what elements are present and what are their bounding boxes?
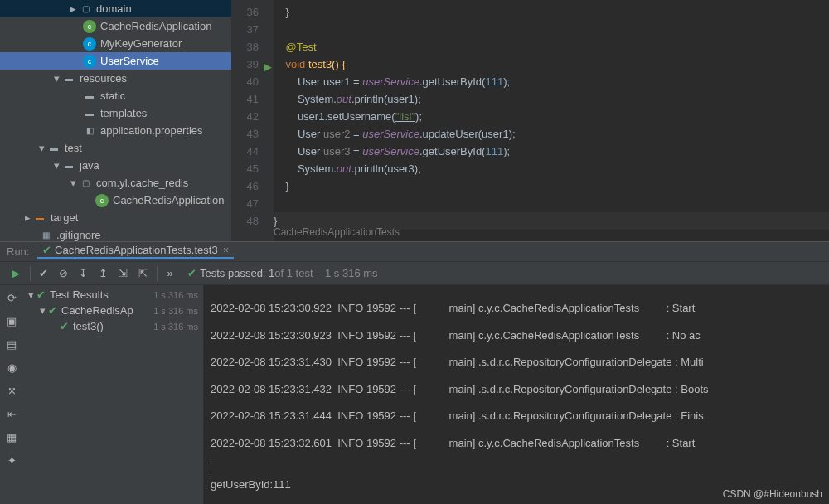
- code-editor[interactable]: 3637 38 39▶ 4041 4243 4445 4647 48 } @Te…: [232, 0, 829, 241]
- run-side-toolbar: ⟳ ▣ ▤ ◉ ⤧ ⇤ ▦ ✦: [0, 285, 23, 504]
- camera-icon[interactable]: ◉: [2, 358, 21, 376]
- debug-icon[interactable]: ⟳: [2, 288, 21, 307]
- tree-label: test: [65, 142, 82, 154]
- log-line: 2022-02-08 15:23:31.444 INFO 19592 --- […: [211, 409, 822, 424]
- stop-icon[interactable]: ▣: [2, 312, 21, 330]
- tree-item-userservice[interactable]: cUserService: [0, 52, 231, 70]
- collapse-button[interactable]: ⇱: [133, 264, 152, 283]
- sort-down-button[interactable]: ↧: [74, 264, 92, 283]
- sort-up-button[interactable]: ↥: [94, 264, 112, 283]
- tree-item-static[interactable]: ▬static: [0, 87, 231, 104]
- run-icon: ✔: [42, 244, 51, 256]
- tree-item-cacheapp[interactable]: cCacheRedisApplication: [0, 17, 231, 35]
- close-icon[interactable]: ×: [223, 244, 230, 256]
- settings-icon[interactable]: ▦: [2, 428, 21, 446]
- run-toolbar: ▶ ✔ ⊘ ↧ ↥ ⇲ ⇱ » ✔ Tests passed: 1 of 1 t…: [0, 262, 829, 285]
- log-line: 2022-02-08 15:23:30.923 INFO 19592 --- […: [211, 328, 822, 343]
- test-results-tree[interactable]: ▾✔Test Results1 s 316 ms ▾✔CacheRedisAp1…: [23, 285, 204, 504]
- tree-label: MyKeyGenerator: [100, 37, 182, 50]
- tree-item-domain[interactable]: ▸▢domain: [0, 0, 231, 17]
- breadcrumb[interactable]: CacheRedisApplicationTests: [274, 223, 400, 241]
- log-line: 2022-02-08 15:23:30.922 INFO 19592 --- […: [211, 301, 822, 316]
- tree-label: resources: [80, 72, 127, 85]
- tree-item-testpkg[interactable]: ▾▢com.yl.cache_redis: [0, 174, 231, 191]
- tree-label: target: [51, 211, 78, 224]
- tree-label: .gitignore: [56, 229, 100, 241]
- tree-item-keygen[interactable]: cMyKeyGenerator: [0, 35, 231, 52]
- tree-item-testapp[interactable]: cCacheRedisApplication: [0, 191, 231, 209]
- import-icon[interactable]: ⇤: [2, 405, 21, 423]
- test-class[interactable]: ▾✔CacheRedisAp1 s 316 ms: [23, 303, 203, 318]
- block-button[interactable]: ⊘: [54, 264, 72, 283]
- tree-label: domain: [96, 2, 132, 15]
- tree-label: static: [100, 90, 125, 102]
- export-icon[interactable]: ⤧: [2, 381, 21, 400]
- log-line: 2022-02-08 15:23:31.432 INFO 19592 --- […: [211, 382, 822, 397]
- tree-item-appprops[interactable]: ◧application.properties: [0, 122, 231, 139]
- run-label: Run:: [7, 245, 29, 258]
- tests-passed-status: ✔ Tests passed: 1 of 1 test – 1 s 316 ms: [187, 267, 378, 279]
- rerun-button[interactable]: ▶: [7, 264, 25, 283]
- console-output[interactable]: 2022-02-08 15:23:30.922 INFO 19592 --- […: [204, 285, 829, 504]
- next-button[interactable]: »: [161, 264, 179, 283]
- run-header: Run: ✔ CacheRedisApplicationTests.test3 …: [0, 242, 829, 262]
- watermark: CSDN @#Hideonbush: [723, 488, 822, 500]
- tree-item-gitignore[interactable]: ▦.gitignore: [0, 226, 231, 241]
- run-panel: Run: ✔ CacheRedisApplicationTests.test3 …: [0, 241, 829, 504]
- tree-item-templates[interactable]: ▬templates: [0, 104, 231, 122]
- gutter: 3637 38 39▶ 4041 4243 4445 4647 48: [232, 0, 274, 241]
- tree-item-java[interactable]: ▾▬java: [0, 157, 231, 174]
- tree-label: com.yl.cache_redis: [96, 177, 188, 189]
- tree-label: CacheRedisApplication: [113, 194, 224, 206]
- expand-button[interactable]: ⇲: [114, 264, 132, 283]
- run-tab[interactable]: ✔ CacheRedisApplicationTests.test3 ×: [37, 244, 234, 259]
- check-button[interactable]: ✔: [34, 264, 52, 283]
- stack-icon[interactable]: ▤: [2, 335, 21, 353]
- run-tab-label: CacheRedisApplicationTests.test3: [55, 244, 218, 256]
- log-line: 2022-02-08 15:23:31.430 INFO 19592 --- […: [211, 355, 822, 370]
- test-method[interactable]: ✔test3()1 s 316 ms: [23, 318, 203, 334]
- tree-label: templates: [100, 107, 147, 119]
- tree-item-target[interactable]: ▸▬target: [0, 209, 231, 226]
- tree-label: java: [80, 159, 99, 172]
- log-line: 2022-02-08 15:23:32.601 INFO 19592 --- […: [211, 436, 822, 451]
- code-area[interactable]: } @Test void test3() { User user1 = user…: [274, 0, 829, 241]
- check-icon: ✔: [187, 267, 196, 279]
- tree-item-test[interactable]: ▾▬test: [0, 139, 231, 157]
- tree-label: UserService: [100, 55, 159, 67]
- pin-icon[interactable]: ✦: [2, 451, 21, 469]
- test-root[interactable]: ▾✔Test Results1 s 316 ms: [23, 287, 203, 303]
- tree-label: application.properties: [100, 124, 203, 137]
- tree-item-resources[interactable]: ▾▬resources: [0, 70, 231, 87]
- project-tree[interactable]: ▸▢domain cCacheRedisApplication cMyKeyGe…: [0, 0, 232, 241]
- tree-label: CacheRedisApplication: [100, 20, 211, 32]
